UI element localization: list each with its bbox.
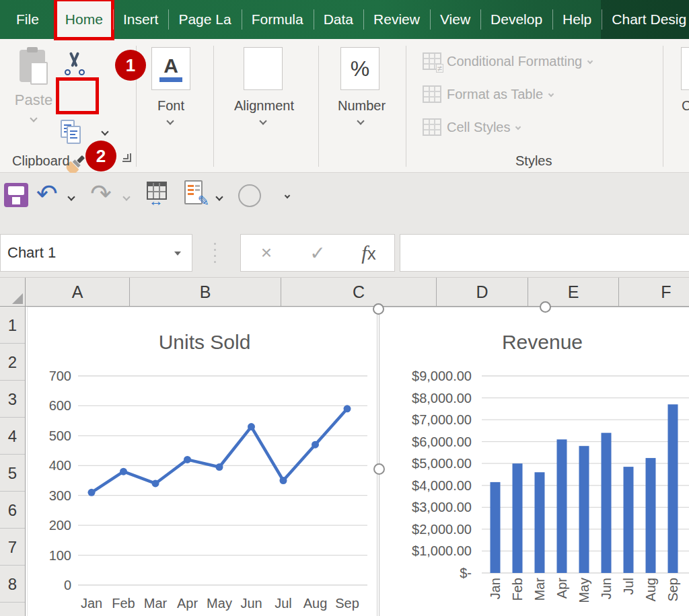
- cancel-button[interactable]: ×: [241, 242, 292, 264]
- oval-shape-icon[interactable]: [238, 184, 261, 207]
- row-header-4[interactable]: 4: [0, 418, 25, 455]
- copy-button[interactable]: [61, 120, 85, 147]
- svg-text:300: 300: [49, 488, 71, 503]
- svg-text:$-: $-: [460, 566, 472, 580]
- row-header-3[interactable]: 3: [0, 381, 25, 418]
- conditional-formatting-icon: ≠: [423, 52, 441, 70]
- tab-page-layout[interactable]: Page La: [168, 0, 241, 39]
- redo-dropdown-chevron-icon[interactable]: [122, 193, 130, 200]
- tab-file[interactable]: File: [0, 0, 55, 39]
- name-box-dropdown-icon[interactable]: [174, 252, 181, 256]
- units-sold-chart[interactable]: 0100200300400500600700JanFebMarAprMayJun…: [27, 307, 377, 616]
- number-group-label: Number: [338, 98, 386, 114]
- styles-group-label: Styles: [515, 153, 552, 169]
- tab-review[interactable]: Review: [363, 0, 430, 39]
- svg-text:Jul: Jul: [621, 578, 636, 595]
- cell-styles-button[interactable]: Cell Styles: [423, 118, 520, 136]
- font-group-button[interactable]: A: [151, 47, 190, 90]
- conditional-formatting-button[interactable]: ≠ Conditional Formatting: [423, 52, 592, 70]
- number-group-chevron-icon[interactable]: [357, 117, 364, 124]
- row-header-6[interactable]: 6: [0, 492, 25, 529]
- tab-home[interactable]: Home: [55, 0, 113, 39]
- row-header-7[interactable]: 7: [0, 529, 25, 566]
- ribbon: Paste Clipboard: [0, 39, 689, 173]
- svg-text:0: 0: [64, 578, 71, 592]
- redo-icon[interactable]: ↷: [90, 181, 112, 206]
- cells-group-button[interactable]: [681, 47, 689, 90]
- chart-handle-top-center[interactable]: [540, 301, 551, 313]
- excel-window: { "tab_bar": { "tabs": [ {"label":"File"…: [0, 0, 689, 616]
- cut-button[interactable]: [63, 51, 87, 77]
- column-header-a[interactable]: A: [26, 278, 130, 306]
- alignment-group-button[interactable]: [244, 47, 283, 90]
- tab-developer[interactable]: Develop: [480, 0, 552, 39]
- row-header-5[interactable]: 5: [0, 455, 25, 492]
- svg-text:Sep: Sep: [665, 578, 680, 602]
- cells-group-label: C: [682, 98, 689, 114]
- svg-text:Apr: Apr: [177, 596, 198, 611]
- formula-buttons: × ✓ fx: [240, 234, 395, 272]
- formula-input[interactable]: [400, 234, 689, 272]
- enter-button[interactable]: ✓: [292, 242, 343, 264]
- column-header-row: A B C D E F: [0, 278, 689, 307]
- svg-text:Apr: Apr: [554, 578, 569, 599]
- undo-dropdown-chevron-icon[interactable]: [67, 193, 75, 200]
- chevron-down-icon: [515, 124, 521, 130]
- paste-label: Paste: [8, 91, 59, 109]
- svg-text:Feb: Feb: [510, 578, 525, 601]
- svg-text:Jul: Jul: [275, 596, 292, 611]
- chart-handle-middle-left[interactable]: [373, 463, 385, 475]
- tab-insert[interactable]: Insert: [113, 0, 169, 39]
- svg-text:May: May: [207, 596, 232, 611]
- tab-view[interactable]: View: [430, 0, 480, 39]
- svg-text:Jan: Jan: [488, 578, 503, 599]
- svg-text:Mar: Mar: [144, 596, 168, 611]
- svg-text:Units Sold: Units Sold: [159, 331, 251, 353]
- ribbon-tab-bar: File Home Insert Page La Formula Data Re…: [0, 0, 689, 39]
- svg-text:$5,000.00: $5,000.00: [412, 456, 472, 471]
- column-header-b[interactable]: B: [130, 278, 281, 306]
- svg-text:$9,000.00: $9,000.00: [412, 369, 472, 383]
- number-group-button[interactable]: %: [340, 47, 379, 90]
- paste-dropdown-chevron-icon[interactable]: [30, 114, 37, 122]
- alignment-group-chevron-icon[interactable]: [259, 117, 266, 124]
- revenue-chart[interactable]: $-$1,000.00$2,000.00$3,000.00$4,000.00$5…: [379, 307, 689, 616]
- tab-chart-design[interactable]: Chart Desig: [602, 0, 689, 39]
- svg-text:$3,000.00: $3,000.00: [412, 500, 472, 514]
- svg-text:May: May: [577, 578, 591, 603]
- select-all-button[interactable]: [0, 278, 26, 306]
- tab-data[interactable]: Data: [314, 0, 363, 39]
- paste-button[interactable]: Paste: [8, 47, 59, 165]
- clipboard-group-label: Clipboard: [12, 153, 70, 169]
- column-width-icon[interactable]: ↔: [144, 182, 170, 207]
- svg-text:500: 500: [49, 428, 71, 443]
- formula-bar-resize-handle[interactable]: [214, 243, 216, 267]
- tab-help[interactable]: Help: [552, 0, 602, 39]
- undo-icon[interactable]: ↶: [36, 181, 58, 206]
- form-dropdown-chevron-icon[interactable]: [215, 193, 223, 200]
- name-box-value: Chart 1: [7, 244, 56, 262]
- alignment-group-label: Alignment: [234, 98, 294, 114]
- format-as-table-button[interactable]: Format as Table: [423, 85, 553, 103]
- column-header-d[interactable]: D: [437, 278, 528, 306]
- column-header-c[interactable]: C: [281, 278, 437, 306]
- save-icon[interactable]: [4, 183, 28, 207]
- name-box[interactable]: Chart 1: [0, 234, 192, 272]
- form-edit-icon[interactable]: ✎: [184, 180, 206, 207]
- chart-handle-top-left[interactable]: [373, 303, 384, 315]
- svg-text:Mar: Mar: [532, 578, 547, 601]
- copy-dropdown-chevron-icon[interactable]: [101, 128, 108, 135]
- tab-formulas[interactable]: Formula: [242, 0, 314, 39]
- clipboard-dialog-launcher-icon[interactable]: [122, 153, 131, 162]
- row-header-8[interactable]: 8: [0, 566, 25, 603]
- row-header-2[interactable]: 2: [0, 344, 25, 381]
- column-header-f[interactable]: F: [619, 278, 689, 306]
- font-group-chevron-icon[interactable]: [166, 117, 174, 124]
- insert-function-button[interactable]: fx: [343, 241, 394, 264]
- svg-text:Aug: Aug: [303, 596, 328, 611]
- row-header-column: 1 2 3 4 5 6 7 8: [0, 307, 26, 616]
- format-as-table-label: Format as Table: [447, 87, 543, 102]
- customize-qat-icon[interactable]: [285, 188, 295, 200]
- group-separator: [406, 46, 406, 167]
- row-header-1[interactable]: 1: [0, 307, 25, 344]
